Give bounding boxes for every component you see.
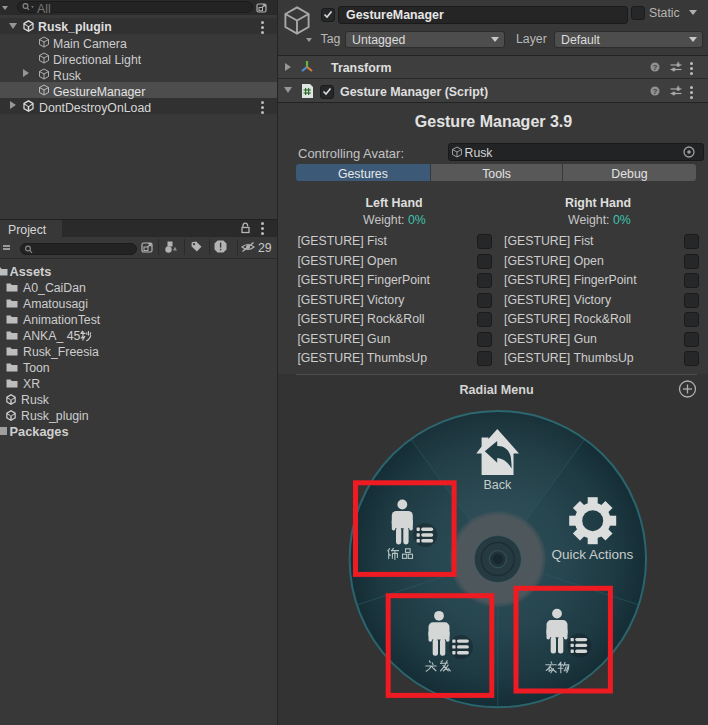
svg-text:?: ? <box>652 87 657 96</box>
svg-text:Back: Back <box>484 478 513 492</box>
svg-text:?: ? <box>652 63 657 72</box>
svg-text:Radial Menu: Radial Menu <box>459 383 533 397</box>
svg-text:Quick Actions: Quick Actions <box>552 547 634 562</box>
